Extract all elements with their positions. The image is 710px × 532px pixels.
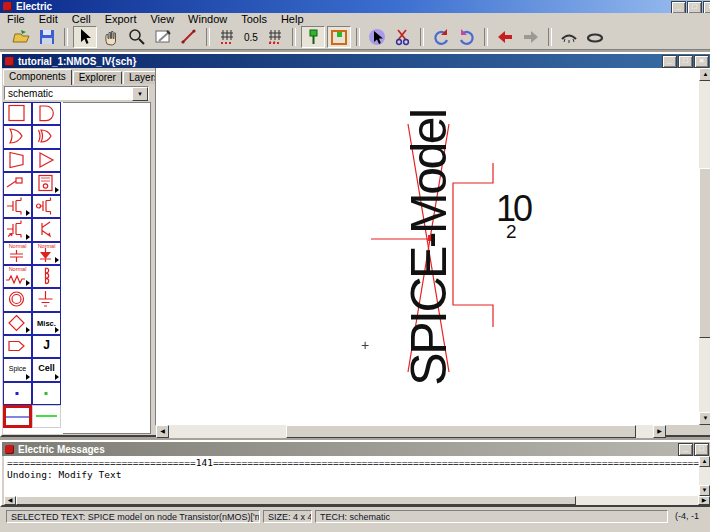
- save-button[interactable]: [35, 26, 59, 48]
- edit-minimize-button[interactable]: _: [662, 55, 677, 68]
- select-arrow-button[interactable]: [73, 26, 97, 48]
- undo-button[interactable]: [493, 26, 517, 48]
- menu-export[interactable]: Export: [98, 13, 144, 25]
- palette-cell-nmos[interactable]: [3, 195, 32, 218]
- scroll-left-arrow[interactable]: ◀: [156, 425, 169, 438]
- tab-explorer[interactable]: Explorer: [73, 71, 122, 84]
- menu-file[interactable]: File: [0, 13, 32, 25]
- scroll-thumb[interactable]: [16, 496, 576, 505]
- palette-cell-blue-pin[interactable]: [3, 382, 32, 405]
- pin-toggle-button[interactable]: [301, 26, 325, 48]
- messages-titlebar[interactable]: Electric Messages _ □: [2, 442, 710, 456]
- palette-cell-ground[interactable]: [32, 288, 61, 311]
- expand-button[interactable]: [557, 26, 581, 48]
- export-toggle-button[interactable]: [327, 26, 351, 48]
- messages-window: Electric Messages _ □ ==================…: [0, 440, 710, 507]
- palette-cell-gate-and[interactable]: [32, 102, 61, 125]
- palette-cell-npn[interactable]: [32, 218, 61, 241]
- palette-cell-josephson[interactable]: J: [32, 335, 61, 358]
- collapse-button[interactable]: [583, 26, 607, 48]
- status-coordinates: (-4, -1: [671, 510, 710, 523]
- messages-horizontal-scrollbar[interactable]: ◀ ▶: [4, 496, 710, 505]
- scroll-up-arrow[interactable]: ▲: [699, 68, 710, 81]
- schematic-canvas[interactable]: SPICE-Model 10 2 +: [155, 68, 699, 425]
- menu-help[interactable]: Help: [274, 13, 311, 25]
- palette-cell-green-pin[interactable]: [32, 382, 61, 405]
- status-size: SIZE: 4 x 4: [263, 510, 312, 523]
- wiring-button[interactable]: [177, 26, 201, 48]
- palette-cell-buffer[interactable]: [32, 149, 61, 172]
- menu-view[interactable]: View: [143, 13, 181, 25]
- palette-cell-spice[interactable]: Spice: [3, 358, 32, 381]
- palette-cell-pure[interactable]: [3, 405, 32, 428]
- status-technology: TECH: schematic: [315, 510, 668, 523]
- scroll-right-arrow[interactable]: ▶: [698, 496, 710, 505]
- submenu-arrow-icon: [55, 327, 59, 333]
- palette-cell-diode[interactable]: Normal: [32, 242, 61, 265]
- edit-window-titlebar[interactable]: tutorial_1:NMOS_IV{sch} _ □ ×: [2, 54, 710, 68]
- select-area-button[interactable]: [151, 26, 175, 48]
- grid-button[interactable]: [215, 26, 239, 48]
- rotate-ccw-button[interactable]: [429, 26, 453, 48]
- menu-cell[interactable]: Cell: [65, 13, 98, 25]
- palette-cell-gate-xor[interactable]: [32, 125, 61, 148]
- transistor-length-value[interactable]: 2: [506, 221, 517, 243]
- scroll-up-arrow[interactable]: ▲: [699, 456, 710, 467]
- palette-cell-nmos-4port[interactable]: [3, 218, 32, 241]
- messages-log[interactable]: =================================141====…: [4, 456, 699, 496]
- toolbar-separator: [548, 28, 552, 46]
- palette-cell-cell[interactable]: Cell: [32, 358, 61, 381]
- palette-cell-wire[interactable]: [3, 172, 32, 195]
- scroll-right-arrow[interactable]: ▶: [653, 425, 666, 438]
- palette-cell-circle[interactable]: [3, 288, 32, 311]
- palette-cell-diamond[interactable]: [3, 312, 32, 335]
- edit-close-button[interactable]: ×: [694, 55, 709, 68]
- messages-maximize-button[interactable]: □: [694, 443, 709, 456]
- canvas-horizontal-scrollbar[interactable]: ◀ ▶: [156, 425, 666, 438]
- scroll-left-arrow[interactable]: ◀: [4, 496, 16, 505]
- toolbar-separator: [292, 28, 296, 46]
- tab-components[interactable]: Components: [3, 69, 72, 85]
- palette-cell-gate-or[interactable]: [3, 125, 32, 148]
- scroll-thumb[interactable]: [699, 168, 710, 338]
- palette-cell-misc[interactable]: Misc.: [32, 312, 61, 335]
- spice-model-text[interactable]: SPICE-Model: [400, 110, 458, 385]
- open-button[interactable]: [9, 26, 33, 48]
- log-line: =================================141====…: [7, 457, 696, 469]
- redo-button[interactable]: [519, 26, 543, 48]
- palette-cell-resistor[interactable]: Normal: [3, 265, 32, 288]
- messages-vertical-scrollbar[interactable]: ▲ ▼: [699, 456, 710, 496]
- submenu-arrow-icon: [55, 187, 59, 193]
- palette-cell-square[interactable]: [3, 102, 32, 125]
- component-palette: Normal Normal Normal Misc. J Spice Cell: [3, 102, 63, 434]
- palette-cell-capacitor[interactable]: Normal: [3, 242, 32, 265]
- canvas-vertical-scrollbar[interactable]: ▲ ▼: [699, 68, 710, 425]
- special-select-button[interactable]: [391, 26, 415, 48]
- palette-cell-green-wire[interactable]: [32, 405, 61, 428]
- menu-tools[interactable]: Tools: [234, 13, 274, 25]
- toolbar-separator: [206, 28, 210, 46]
- zoom-half-button[interactable]: 0.5: [240, 32, 262, 43]
- zoom-button[interactable]: [125, 26, 149, 48]
- technology-select[interactable]: schematic ▼: [4, 86, 149, 100]
- menu-edit[interactable]: Edit: [32, 13, 65, 25]
- rotate-cw-button[interactable]: [455, 26, 479, 48]
- palette-cell-mux[interactable]: [3, 149, 32, 172]
- scroll-down-arrow[interactable]: ▼: [699, 412, 710, 425]
- palette-cell-pmos[interactable]: [32, 195, 61, 218]
- status-selected-text: SELECTED TEXT: SPICE model on node Trans…: [6, 510, 260, 523]
- palette-cell-offpage[interactable]: [3, 335, 32, 358]
- submenu-arrow-icon: [26, 280, 30, 286]
- palette-cell-inductor[interactable]: [32, 265, 61, 288]
- menu-window[interactable]: Window: [181, 13, 234, 25]
- scroll-thumb[interactable]: [286, 425, 636, 438]
- select-objects-button[interactable]: [365, 26, 389, 48]
- cell-icon: [5, 57, 14, 66]
- chevron-down-icon[interactable]: ▼: [132, 87, 148, 101]
- palette-cell-instance[interactable]: [32, 172, 61, 195]
- messages-minimize-button[interactable]: _: [678, 443, 693, 456]
- grid-alignment-button[interactable]: [263, 26, 287, 48]
- pan-button[interactable]: [99, 26, 123, 48]
- edit-maximize-button[interactable]: □: [678, 55, 693, 68]
- scroll-down-arrow[interactable]: ▼: [699, 485, 710, 496]
